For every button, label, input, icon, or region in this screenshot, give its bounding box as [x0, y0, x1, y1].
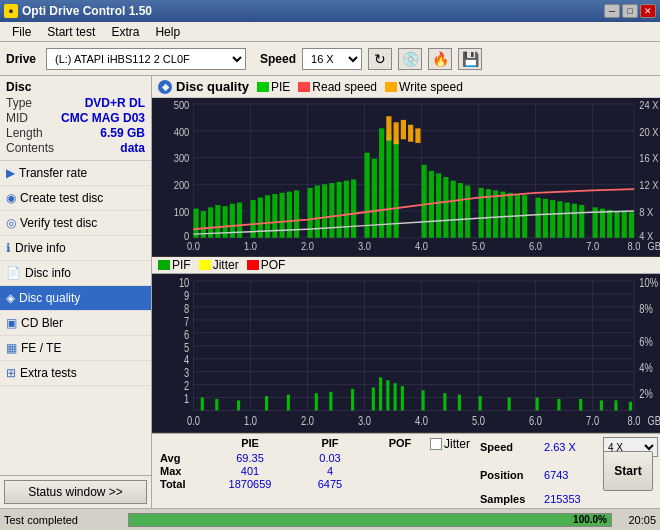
transfer-rate-icon: ▶: [6, 166, 15, 180]
stats-avg-pof: [370, 452, 430, 464]
stats-position-row: Position 6743 Start: [480, 459, 658, 491]
disc-type-row: Type DVD+R DL: [6, 96, 145, 110]
title-bar: ● Opti Drive Control 1.50 ─ □ ✕: [0, 0, 660, 22]
close-button[interactable]: ✕: [640, 4, 656, 18]
menu-extra[interactable]: Extra: [103, 23, 147, 41]
svg-rect-43: [394, 122, 399, 144]
svg-text:2.0: 2.0: [301, 413, 314, 427]
disc-length-value: 6.59 GB: [100, 126, 145, 140]
legend-pof-color: [247, 260, 259, 270]
sidebar-item-drive-info[interactable]: ℹ Drive info: [0, 236, 151, 261]
menu-file[interactable]: File: [4, 23, 39, 41]
svg-rect-56: [493, 190, 498, 237]
status-window-label: Status window >>: [28, 485, 123, 499]
drive-info-label: Drive info: [15, 241, 66, 255]
sidebar-item-create-test-disc[interactable]: ◉ Create test disc: [0, 186, 151, 211]
start-button[interactable]: Start: [603, 451, 653, 491]
disc-contents-row: Contents data: [6, 141, 145, 155]
fe-te-icon: ▦: [6, 341, 17, 355]
svg-rect-64: [557, 201, 562, 237]
save-button[interactable]: 💾: [458, 48, 482, 70]
legend-read-speed-color: [298, 82, 310, 92]
bottom-chart-legend: PIF Jitter POF: [152, 257, 660, 274]
svg-text:5: 5: [184, 340, 189, 354]
stats-max-pie: 401: [210, 465, 290, 477]
legend-top: PIE Read speed Write speed: [257, 80, 463, 94]
svg-rect-121: [287, 395, 290, 411]
refresh-button[interactable]: ↻: [368, 48, 392, 70]
svg-text:8: 8: [184, 301, 189, 315]
speed-select[interactable]: 16 X: [302, 48, 362, 70]
svg-text:7: 7: [184, 314, 189, 328]
sidebar-item-disc-info[interactable]: 📄 Disc info: [0, 261, 151, 286]
create-test-disc-icon: ◉: [6, 191, 16, 205]
svg-rect-62: [543, 199, 548, 238]
svg-text:0.0: 0.0: [187, 240, 200, 252]
disc-length-row: Length 6.59 GB: [6, 126, 145, 140]
disc-icon-button[interactable]: 💿: [398, 48, 422, 70]
cd-bler-label: CD Bler: [21, 316, 63, 330]
svg-text:5.0: 5.0: [472, 413, 485, 427]
svg-rect-38: [372, 159, 377, 238]
stats-avg-row: Avg 69.35 0.03: [160, 452, 470, 464]
extra-tests-icon: ⊞: [6, 366, 16, 380]
status-window-button[interactable]: Status window >>: [4, 480, 147, 504]
svg-rect-117: [201, 398, 204, 411]
menu-help[interactable]: Help: [147, 23, 188, 41]
svg-rect-139: [614, 400, 617, 410]
stats-avg-pif: 0.03: [290, 452, 370, 464]
sidebar-item-transfer-rate[interactable]: ▶ Transfer rate: [0, 161, 151, 186]
svg-rect-69: [600, 209, 605, 238]
svg-text:0.0: 0.0: [187, 413, 200, 427]
svg-text:10: 10: [179, 275, 189, 289]
legend-jitter-label: Jitter: [213, 258, 239, 272]
maximize-button[interactable]: □: [622, 4, 638, 18]
app-icon: ●: [4, 4, 18, 18]
svg-rect-138: [600, 400, 603, 410]
svg-rect-32: [322, 184, 327, 237]
menu-start-test[interactable]: Start test: [39, 23, 103, 41]
minimize-button[interactable]: ─: [604, 4, 620, 18]
svg-text:500: 500: [174, 99, 190, 111]
disc-section-title: Disc: [6, 80, 145, 94]
legend-read-speed: Read speed: [298, 80, 377, 94]
sidebar-item-verify-test-disc[interactable]: ◎ Verify test disc: [0, 211, 151, 236]
sidebar-item-disc-quality[interactable]: ◈ Disc quality: [0, 286, 151, 311]
svg-rect-52: [458, 183, 463, 238]
svg-text:24 X: 24 X: [639, 99, 658, 111]
jitter-checkbox[interactable]: [430, 438, 442, 450]
menu-bar: File Start test Extra Help: [0, 22, 660, 42]
stats-position-label: Position: [480, 469, 540, 481]
verify-test-disc-icon: ◎: [6, 216, 16, 230]
svg-text:2%: 2%: [639, 386, 652, 400]
svg-rect-45: [408, 125, 413, 142]
svg-text:300: 300: [174, 153, 190, 165]
svg-rect-60: [522, 195, 527, 238]
progress-bar: 100.0%: [128, 513, 612, 527]
svg-rect-49: [436, 173, 441, 237]
svg-rect-122: [315, 393, 318, 410]
stats-area: PIE PIF POF Jitter Avg 69.35: [152, 433, 660, 508]
disc-quality-header: ◈ Disc quality PIE Read speed Write spee…: [152, 76, 660, 98]
sidebar-item-cd-bler[interactable]: ▣ CD Bler: [0, 311, 151, 336]
sidebar-item-fe-te[interactable]: ▦ FE / TE: [0, 336, 151, 361]
stats-max-pof: [370, 465, 430, 477]
drive-select[interactable]: (L:) ATAPI iHBS112 2 CL0F: [46, 48, 246, 70]
svg-text:4.0: 4.0: [415, 413, 428, 427]
legend-pof-label: POF: [261, 258, 286, 272]
svg-rect-31: [315, 186, 320, 238]
disc-info-label: Disc info: [25, 266, 71, 280]
svg-rect-34: [337, 182, 342, 238]
legend-read-speed-label: Read speed: [312, 80, 377, 94]
svg-rect-137: [579, 399, 582, 410]
svg-rect-30: [308, 188, 313, 238]
svg-text:3.0: 3.0: [358, 413, 371, 427]
sidebar-item-extra-tests[interactable]: ⊞ Extra tests: [0, 361, 151, 386]
svg-rect-67: [579, 205, 584, 238]
status-time: 20:05: [616, 514, 656, 526]
stats-pie-header: PIE: [210, 437, 290, 451]
svg-text:6%: 6%: [639, 334, 652, 348]
cd-bler-icon: ▣: [6, 316, 17, 330]
svg-rect-132: [458, 395, 461, 411]
burn-icon-button[interactable]: 🔥: [428, 48, 452, 70]
